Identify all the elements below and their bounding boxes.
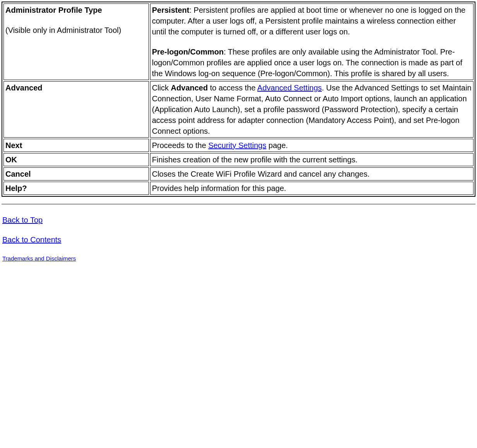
row-description: Click Advanced to access the Advanced Se… (150, 81, 474, 138)
desc-text: Closes the Create WiFi Profile Wizard an… (152, 170, 369, 178)
desc-bold-text: Advanced (171, 83, 208, 92)
inline-link[interactable]: Security Settings (208, 141, 266, 150)
row-label-bold: Help? (5, 184, 27, 192)
desc-bold-text: Persistent (152, 6, 190, 14)
desc-text: Proceeds to the (152, 141, 209, 150)
table-row: AdvancedClick Advanced to access the Adv… (3, 81, 474, 138)
desc-text: Finishes creation of the new profile wit… (152, 155, 357, 164)
row-description: Provides help information for this page. (150, 182, 474, 195)
row-description: Proceeds to the Security Settings page. (150, 139, 474, 152)
desc-bold-text: Pre-logon/Common (152, 48, 224, 56)
settings-table: Administrator Profile Type(Visible only … (2, 2, 475, 197)
row-label: Advanced (3, 81, 149, 138)
row-label-bold: OK (5, 155, 17, 164)
row-label: Help? (3, 182, 149, 195)
row-label: OK (3, 153, 149, 166)
row-label-bold: Administrator Profile Type (5, 6, 102, 14)
row-description: Closes the Create WiFi Profile Wizard an… (150, 167, 474, 181)
row-label: Next (3, 139, 149, 152)
row-description: Persistent: Persistent profiles are appl… (150, 3, 474, 80)
row-label: Cancel (3, 167, 149, 181)
footer-links: Back to Top Back to Contents Trademarks … (2, 216, 475, 262)
desc-text: to access the (208, 83, 257, 92)
table-row: NextProceeds to the Security Settings pa… (3, 139, 474, 152)
row-description: Finishes creation of the new profile wit… (150, 153, 474, 166)
row-label-bold: Next (5, 141, 22, 150)
table-row: Administrator Profile Type(Visible only … (3, 3, 474, 80)
row-label: Administrator Profile Type(Visible only … (3, 3, 149, 80)
trademarks-link[interactable]: Trademarks and Disclaimers (2, 255, 76, 262)
back-to-contents-link[interactable]: Back to Contents (2, 235, 61, 244)
table-row: Help?Provides help information for this … (3, 182, 474, 195)
row-label-extra: (Visible only in Administrator Tool) (5, 26, 121, 34)
row-label-bold: Advanced (5, 83, 43, 92)
divider (2, 204, 475, 205)
desc-text: Provides help information for this page. (152, 184, 286, 192)
desc-text: Click (152, 83, 171, 92)
desc-text: : Persistent profiles are applied at boo… (152, 6, 466, 36)
desc-text: page. (266, 141, 288, 150)
back-to-top-link[interactable]: Back to Top (2, 216, 43, 224)
row-label-bold: Cancel (5, 170, 31, 178)
table-row: CancelCloses the Create WiFi Profile Wiz… (3, 167, 474, 181)
table-row: OKFinishes creation of the new profile w… (3, 153, 474, 166)
inline-link[interactable]: Advanced Settings (257, 83, 322, 92)
